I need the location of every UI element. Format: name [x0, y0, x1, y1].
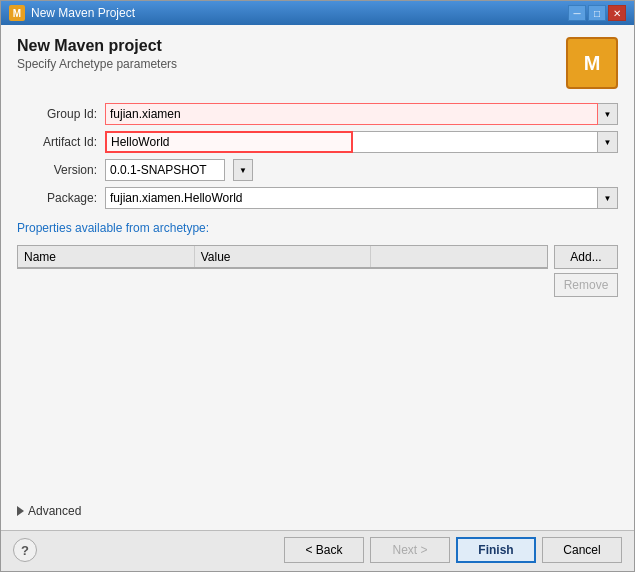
main-window: M New Maven Project ─ □ ✕ New Maven proj…: [0, 0, 635, 572]
advanced-triangle-icon: [17, 506, 24, 516]
group-id-dropdown[interactable]: ▼: [598, 103, 618, 125]
artifact-id-second-input[interactable]: [353, 131, 598, 153]
maximize-button[interactable]: □: [588, 5, 606, 21]
app-icon: M: [9, 5, 25, 21]
package-label: Package:: [17, 191, 97, 205]
page-title: New Maven project: [17, 37, 177, 55]
page-subtitle: Specify Archetype parameters: [17, 57, 177, 71]
group-id-input-wrap: ▼: [105, 103, 618, 125]
minimize-button[interactable]: ─: [568, 5, 586, 21]
properties-actions: Add... Remove: [554, 245, 618, 297]
title-bar: M New Maven Project ─ □ ✕: [1, 1, 634, 25]
next-button[interactable]: Next >: [370, 537, 450, 563]
artifact-id-input[interactable]: [105, 131, 353, 153]
table-header: Name Value: [18, 246, 547, 268]
header-section: New Maven project Specify Archetype para…: [17, 37, 618, 89]
close-button[interactable]: ✕: [608, 5, 626, 21]
artifact-id-input-wrap: ▼: [105, 131, 618, 153]
finish-button[interactable]: Finish: [456, 537, 536, 563]
help-button[interactable]: ?: [13, 538, 37, 562]
main-content: New Maven project Specify Archetype para…: [1, 25, 634, 530]
cancel-button[interactable]: Cancel: [542, 537, 622, 563]
artifact-id-row: Artifact Id: ▼: [17, 131, 618, 153]
group-id-row: Group Id: ▼: [17, 103, 618, 125]
col-empty: [371, 246, 547, 267]
package-dropdown[interactable]: ▼: [598, 187, 618, 209]
properties-section: Name Value Add... Remove: [17, 245, 618, 492]
maven-logo: M: [566, 37, 618, 89]
window-title: New Maven Project: [31, 6, 135, 20]
group-id-input[interactable]: [105, 103, 598, 125]
advanced-section[interactable]: Advanced: [17, 504, 618, 518]
properties-label-colored: from archetype: [126, 221, 206, 235]
back-button[interactable]: < Back: [284, 537, 364, 563]
add-button[interactable]: Add...: [554, 245, 618, 269]
form-section: Group Id: ▼ Artifact Id: ▼ Version:: [17, 103, 618, 518]
version-row: Version: ▼: [17, 159, 618, 181]
properties-label: Properties available from archetype:: [17, 221, 618, 235]
package-input[interactable]: [105, 187, 598, 209]
artifact-id-label: Artifact Id:: [17, 135, 97, 149]
version-label: Version:: [17, 163, 97, 177]
group-id-label: Group Id:: [17, 107, 97, 121]
title-controls: ─ □ ✕: [568, 5, 626, 21]
title-bar-left: M New Maven Project: [9, 5, 135, 21]
version-dropdown[interactable]: ▼: [233, 159, 253, 181]
artifact-id-dropdown[interactable]: ▼: [598, 131, 618, 153]
properties-table: Name Value: [17, 245, 548, 269]
package-row: Package: ▼: [17, 187, 618, 209]
package-input-wrap: ▼: [105, 187, 618, 209]
nav-buttons: < Back Next > Finish Cancel: [284, 537, 622, 563]
button-bar: ? < Back Next > Finish Cancel: [1, 530, 634, 571]
advanced-label: Advanced: [28, 504, 81, 518]
header-text: New Maven project Specify Archetype para…: [17, 37, 177, 71]
col-value: Value: [195, 246, 372, 267]
properties-label-text: Properties available: [17, 221, 126, 235]
version-input[interactable]: [105, 159, 225, 181]
remove-button[interactable]: Remove: [554, 273, 618, 297]
col-name: Name: [18, 246, 195, 267]
